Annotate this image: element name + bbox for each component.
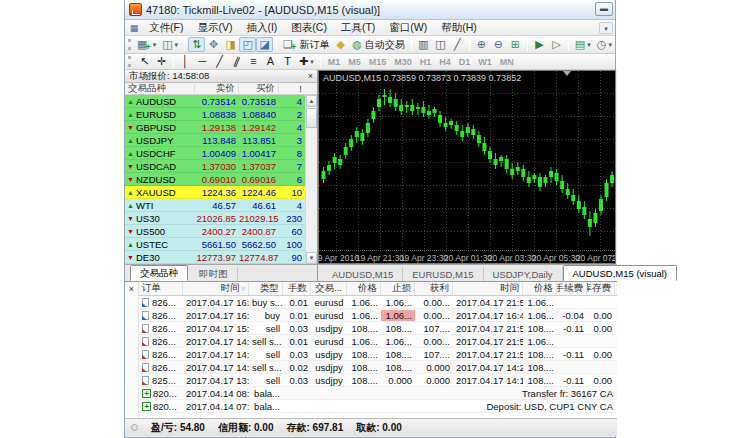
symbol-row[interactable]: ▼GBPUSD1.291381.291424 [125,121,305,134]
auto-scroll-button[interactable]: ▶ [531,37,548,52]
periods-button[interactable]: ◷▾ [594,37,615,52]
menu-item[interactable]: 窗口(W) [382,20,434,35]
timeframe-button-w1[interactable]: W1 [474,55,496,69]
chart-shift-button[interactable]: ▷ [548,37,565,52]
close-icon[interactable]: × [129,284,134,294]
table-row[interactable]: +820...2017.04.14 07:5...bala...Deposit:… [139,400,617,413]
hline-tool[interactable]: ─ [194,54,211,69]
zoom-in-button[interactable]: ⊕ [473,37,490,52]
trendline-tool[interactable]: ╱ [211,54,228,69]
timeframe-button-m5[interactable]: M5 [344,55,365,69]
tile-windows-button[interactable]: ⊞ [507,37,524,52]
sl-cell: 0.000 [381,375,415,386]
channel-tool[interactable]: ∥ [228,54,245,69]
table-row[interactable]: 826...2017.04.17 16:4...buy0.01eurusd1.0… [139,309,617,322]
market-watch-toggle[interactable]: ⇅ [188,37,205,52]
bid-value: 46.57 [195,200,239,211]
type-cell: buy [249,310,283,321]
close-time-cell: 2017.04.17 21:5... [453,349,523,360]
table-row[interactable]: +820...2017.04.14 08:5...bala...Transfer… [139,387,617,400]
timeframe-button-h1[interactable]: H1 [416,55,436,69]
menu-item[interactable]: 文件(F) [142,20,190,35]
market-watch-panel: 市场报价: 14:58:08 × 交易品种卖价买价! ▲AUDUSD0.7351… [125,70,318,281]
chart-tab[interactable]: EURUSD,M15 [403,267,483,281]
bid-value: 113.848 [195,135,239,146]
toolbar-separator [469,38,470,51]
timeframe-button-mn[interactable]: MN [496,55,518,69]
chart-tab[interactable]: AUDUSD,M15 (visual) [563,265,678,281]
table-row[interactable]: 826...2017.04.17 15:0...sell0.03usdjpy10… [139,322,617,335]
balance-icon: + [142,402,151,411]
table-row[interactable]: 826...2017.04.17 14:3...sell s...0.01eur… [139,335,617,348]
mdi-controls-button[interactable]: ▾ [599,22,613,34]
timeframe-button-m30[interactable]: M30 [390,55,416,69]
menu-item[interactable]: 显示(V) [190,20,239,35]
vline-tool[interactable]: │ [177,54,194,69]
timeframe-button-m1[interactable]: M1 [324,55,345,69]
market-watch-tab[interactable]: 即时图 [190,267,238,281]
chart-canvas[interactable]: AUDUSD,M15 0.73859 0.73873 0.73839 0.738… [318,70,616,264]
menu-item[interactable]: 插入(I) [239,20,284,35]
chart-tab[interactable]: AUDUSD,M15 [323,267,403,281]
toolbar-grip[interactable] [128,39,131,50]
symbol-row[interactable]: ▲XAUUSD1224.361224.4610 [125,186,305,199]
timeframe-button-m15[interactable]: M15 [365,55,391,69]
terminal-toggle[interactable]: ◰ [239,37,256,52]
table-row[interactable]: 825...2017.04.17 13:2...sell0.03usdjpy10… [139,374,617,387]
minimize-button[interactable]: ▬ [595,2,613,16]
navigator-toggle[interactable]: ✥ [205,37,222,52]
shapes-tool[interactable]: ✚▾ [296,54,317,69]
new-order-button[interactable]: ❏+新订单 [280,37,332,52]
crosshair-tool[interactable]: ✛ [153,54,170,69]
menu-item[interactable]: 图表(C) [284,20,334,35]
symbol-row[interactable]: ▲USDCHF1.004091.004178 [125,147,305,160]
symbol-row[interactable]: ▲WTI46.5746.614 [125,199,305,212]
cursor-tool[interactable]: ↖ [136,54,153,69]
table-row[interactable]: 826...2017.04.17 14:3...sell0.03usdjpy10… [139,348,617,361]
symbol-row[interactable]: ▼USDCAD1.370301.370377 [125,160,305,173]
menu-item[interactable]: 工具(T) [334,20,382,35]
symbol-row[interactable]: ▼NZDUSD0.690100.690166 [125,173,305,186]
timeframe-button-d1[interactable]: D1 [455,55,475,69]
menu-item[interactable]: 帮助(H) [434,20,484,35]
strategy-tester-toggle[interactable]: ◪ [256,37,273,52]
data-window-toggle[interactable]: ◨ [222,37,239,52]
templates-button[interactable]: ▤▾ [572,37,594,52]
close-icon[interactable]: × [308,72,313,81]
scroll-thumb[interactable] [306,108,317,128]
fibonacci-tool[interactable]: ≡ [245,54,262,69]
symbol-row[interactable]: ▲EURUSD1.088381.088402 [125,108,305,121]
symbol-row[interactable]: ▼US5002400.272400.8760 [125,225,305,238]
toolbar-grip[interactable] [128,56,133,67]
text-tool[interactable]: A [262,54,279,69]
scroll-up-icon[interactable]: ▲ [306,95,317,107]
new-chart-button[interactable]: ▦+▾ [134,37,159,52]
sell-order-icon [142,337,149,346]
candles-mode-button[interactable]: ◫ [432,37,449,52]
market-watch-scrollbar[interactable]: ▲ ▼ [305,95,317,264]
symbol-row[interactable]: ▲AUDUSD0.735140.735184 [125,95,305,108]
ask-value: 1.00417 [239,148,279,159]
arrow-down-icon: ▼ [125,228,136,235]
market-watch-tab[interactable]: 交易品种 [130,265,188,281]
table-row[interactable]: 826...2017.04.17 14:1...sell s...0.02usd… [139,361,617,374]
bars-mode-button[interactable]: ▥ [415,37,432,52]
line-mode-button[interactable]: ╱ [449,37,466,52]
metaeditor-button[interactable]: ◆ [332,37,349,52]
scroll-down-icon[interactable]: ▼ [306,252,317,264]
symbol-row[interactable]: ▼US3021026.8521029.15230 [125,212,305,225]
autotrading-button[interactable]: ◍自动交易 [349,37,408,52]
symbol-row[interactable]: ▲USDJPY113.848113.8513 [125,134,305,147]
symbol-name: WTI [136,200,195,211]
label-tool[interactable]: T [279,54,296,69]
toolbar-button-label: 自动交易 [365,38,405,52]
zoom-out-button[interactable]: ⊖ [490,37,507,52]
app-logo-icon [129,3,142,16]
profiles-button[interactable]: ◫▾ [159,37,181,52]
timeframe-button-h4[interactable]: H4 [435,55,455,69]
symbol-row[interactable]: ▼DE3012773.9712774.8790 [125,251,305,264]
symbol-row[interactable]: ▲USTEC5661.505662.50100 [125,238,305,251]
cursor-icon: ↖ [140,55,149,68]
chart-tab[interactable]: USDJPY,Daily [484,267,563,281]
table-row[interactable]: 826...2017.04.17 16:5...buy s...0.01euru… [139,296,617,309]
